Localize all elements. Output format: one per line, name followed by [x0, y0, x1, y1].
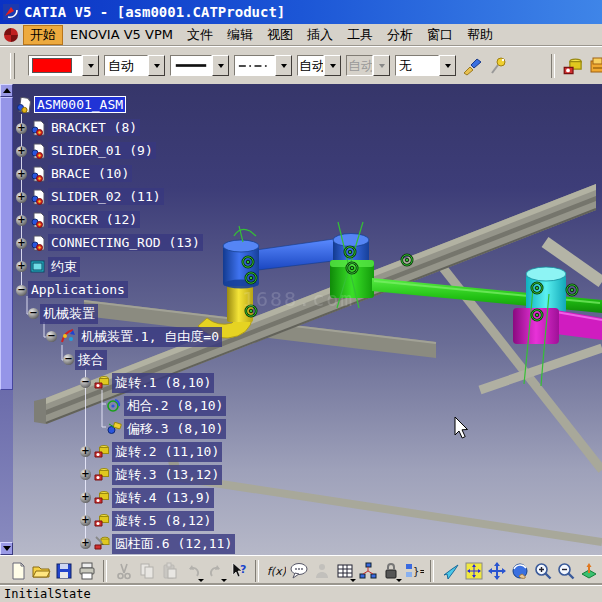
menu-item-3[interactable]: 编辑: [220, 25, 260, 45]
zoom-in-button[interactable]: [531, 559, 554, 582]
menu-item-6[interactable]: 工具: [340, 25, 380, 45]
expand-plus-icon[interactable]: +: [16, 146, 27, 157]
tree-node-label[interactable]: 机械装置.1, 自由度=0: [78, 327, 222, 347]
menu-item-7[interactable]: 分析: [380, 25, 420, 45]
expand-plus-icon[interactable]: +: [16, 169, 27, 180]
menu-item-8[interactable]: 窗口: [420, 25, 460, 45]
part-icon[interactable]: [30, 143, 46, 159]
part-icon[interactable]: [30, 166, 46, 182]
collapse-minus-icon[interactable]: −: [16, 285, 27, 296]
tree-node-label[interactable]: Applications: [28, 281, 128, 298]
expand-plus-icon[interactable]: +: [16, 123, 27, 134]
fill-color-combo[interactable]: [28, 55, 99, 76]
measure-tool-button[interactable]: [588, 54, 602, 78]
tree-node-label[interactable]: 旋转.5 (8,12): [112, 511, 214, 531]
line-type-combo[interactable]: [234, 55, 292, 76]
tree-node-label[interactable]: 旋转.3 (13,12): [112, 465, 222, 485]
fill-color-dropdown-button[interactable]: [82, 55, 99, 76]
color-mode-combo[interactable]: 自动: [104, 55, 165, 76]
expand-plus-icon[interactable]: +: [80, 446, 91, 457]
revolute-joint-tool-button[interactable]: [562, 54, 584, 78]
collapse-minus-icon[interactable]: −: [63, 354, 74, 365]
line-weight-combo[interactable]: [170, 55, 229, 76]
pan-button[interactable]: [485, 559, 508, 582]
expand-plus-icon[interactable]: +: [80, 469, 91, 480]
tree-node-label[interactable]: ASM0001_ASM: [34, 96, 126, 113]
scroll-up-button[interactable]: [0, 84, 13, 97]
lock-button[interactable]: [379, 559, 402, 582]
fit-all-button[interactable]: [462, 559, 485, 582]
tree-node-label[interactable]: 旋转.2 (11,10): [112, 442, 222, 462]
save-button[interactable]: [52, 559, 75, 582]
tree-scrollbar[interactable]: [0, 84, 13, 555]
tree-node-label[interactable]: BRACE (10): [48, 165, 132, 182]
open-folder-button[interactable]: [29, 559, 52, 582]
title-bar[interactable]: CATIA V5 - [asm0001.CATProduct]: [0, 0, 602, 24]
revolute-icon[interactable]: [94, 374, 110, 390]
toolbar-drag-handle[interactable]: [10, 53, 15, 79]
render-style-dropdown-button[interactable]: [439, 55, 456, 76]
tree-node-label[interactable]: ROCKER (12): [48, 211, 140, 228]
zoom-out-button[interactable]: [554, 559, 577, 582]
render-style-combo[interactable]: 无: [395, 55, 456, 76]
expand-plus-icon[interactable]: +: [80, 538, 91, 549]
part-icon[interactable]: [30, 235, 46, 251]
line-weight-dropdown-button[interactable]: [212, 55, 229, 76]
part-icon[interactable]: [30, 212, 46, 228]
menu-item-1[interactable]: ENOVIA V5 VPM: [63, 26, 180, 43]
expand-plus-icon[interactable]: +: [16, 215, 27, 226]
part-icon[interactable]: [30, 189, 46, 205]
cylindrical-icon[interactable]: [94, 535, 110, 551]
rotate-button[interactable]: [508, 559, 531, 582]
collapse-minus-icon[interactable]: −: [46, 331, 57, 342]
tree-node-label[interactable]: 旋转.1 (8,10): [112, 373, 214, 393]
collapse-minus-icon[interactable]: −: [80, 377, 91, 388]
menu-item-0[interactable]: 开始: [23, 25, 63, 45]
scrollbar-thumb[interactable]: [0, 97, 13, 390]
menu-item-2[interactable]: 文件: [180, 25, 220, 45]
mechanism-icon[interactable]: [60, 328, 76, 344]
normal-view-button[interactable]: [577, 559, 600, 582]
tree-node-label[interactable]: 圆柱面.6 (12,11): [112, 534, 235, 554]
whats-this-button[interactable]: ?: [227, 559, 250, 582]
expand-plus-icon[interactable]: +: [16, 238, 27, 249]
revolute-icon[interactable]: [94, 512, 110, 528]
relations-button[interactable]: [356, 559, 379, 582]
line-type-dropdown-button[interactable]: [275, 55, 292, 76]
equivalence-button[interactable]: }=: [402, 559, 425, 582]
menu-item-5[interactable]: 插入: [300, 25, 340, 45]
constraints-icon[interactable]: [30, 258, 46, 274]
tree-node-label[interactable]: SLIDER_01 (9): [48, 142, 156, 159]
point-symbol-combo[interactable]: 自动: [297, 55, 341, 76]
tree-node-label[interactable]: 约束: [48, 257, 80, 277]
tree-node-label[interactable]: 相合.2 (8,10): [124, 396, 226, 416]
offset-icon[interactable]: [106, 420, 122, 436]
color-mode-dropdown-button[interactable]: [148, 55, 165, 76]
print-button[interactable]: [75, 559, 98, 582]
expand-plus-icon[interactable]: +: [16, 261, 27, 272]
new-file-button[interactable]: [6, 559, 29, 582]
tree-node-label[interactable]: 偏移.3 (8,10): [124, 419, 226, 439]
coincidence-icon[interactable]: [106, 397, 122, 413]
revolute-icon[interactable]: [94, 466, 110, 482]
tree-node-label[interactable]: 旋转.4 (13,9): [112, 488, 214, 508]
expand-plus-icon[interactable]: +: [80, 515, 91, 526]
menu-item-4[interactable]: 视图: [260, 25, 300, 45]
scroll-down-button[interactable]: [0, 542, 13, 555]
tree-node-label[interactable]: 接合: [75, 350, 107, 370]
comment-button[interactable]: [287, 559, 310, 582]
formula-button[interactable]: f(x): [264, 559, 287, 582]
revolute-icon[interactable]: [94, 443, 110, 459]
painter-button[interactable]: [461, 54, 483, 78]
tree-node-label[interactable]: SLIDER_02 (11): [48, 188, 164, 205]
tree-node-label[interactable]: BRACKET (8): [48, 119, 140, 136]
part-icon[interactable]: [30, 120, 46, 136]
point-symbol-dropdown-button[interactable]: [324, 55, 341, 76]
product-icon[interactable]: [16, 97, 32, 113]
revolute-icon[interactable]: [94, 489, 110, 505]
3d-viewport[interactable]: 1688.com ASM0001_ASM+BRACKET (8)+SLIDER_…: [0, 84, 602, 555]
expand-plus-icon[interactable]: +: [16, 192, 27, 203]
tree-node-label[interactable]: 机械装置: [40, 304, 98, 324]
menu-item-9[interactable]: 帮助: [460, 25, 500, 45]
collapse-minus-icon[interactable]: −: [28, 308, 39, 319]
